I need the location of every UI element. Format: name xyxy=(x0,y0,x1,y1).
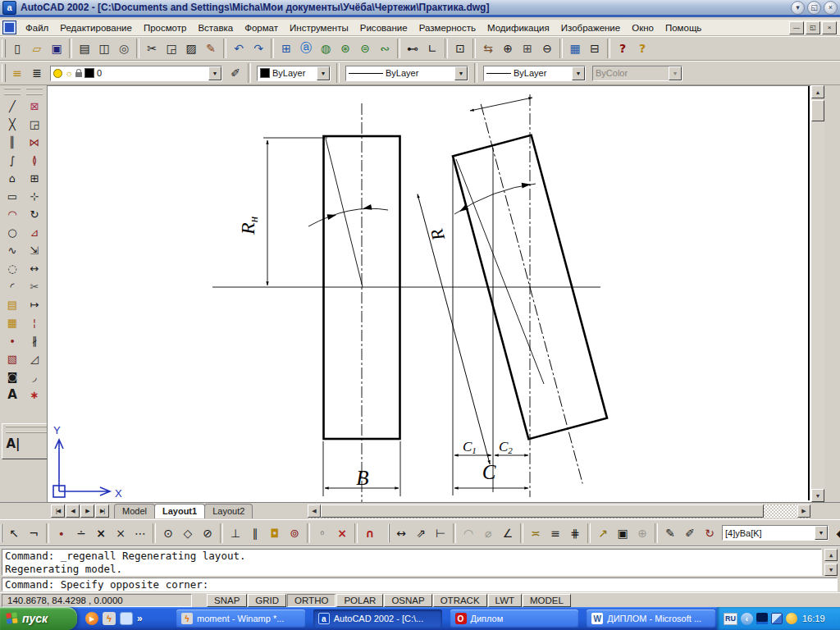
snap-apparent-intersection-button[interactable]: × xyxy=(111,524,130,542)
diameter-dimension-button[interactable]: ⌀ xyxy=(478,524,498,542)
match-properties-button[interactable]: ✎ xyxy=(201,39,221,57)
drawing-canvas[interactable]: Rн R xyxy=(47,85,810,502)
linetype-combobox[interactable]: ByLayer ▼ xyxy=(345,66,468,81)
scale-button[interactable]: ⊿ xyxy=(25,223,44,241)
multiline-button[interactable]: ║ xyxy=(2,133,22,151)
line-button[interactable]: ╱ xyxy=(2,97,22,115)
hatch-button[interactable]: ▧ xyxy=(2,349,22,368)
scroll-up-button[interactable]: ▲ xyxy=(811,85,824,98)
horizontal-scroll-thumb[interactable] xyxy=(321,504,764,518)
snap-perpendicular-button[interactable]: ⊥ xyxy=(226,524,245,542)
menu-item[interactable]: Изображение xyxy=(555,21,626,34)
toolbar-grip[interactable] xyxy=(2,64,6,82)
publish-to-web-button[interactable]: ⊛ xyxy=(336,39,355,57)
autocad-app-icon[interactable]: a xyxy=(2,1,16,15)
color-combobox[interactable]: ByLayer ▼ xyxy=(257,66,331,81)
command-input-line[interactable]: Command: Specify opposite corner: xyxy=(2,578,838,591)
close-button[interactable]: × xyxy=(824,1,838,15)
zoom-window-button[interactable]: ⊞ xyxy=(518,39,537,57)
quick-dimension-button[interactable]: ≍ xyxy=(526,524,546,542)
meet-now-button[interactable]: ◍ xyxy=(316,39,336,57)
point-a-button[interactable]: ⓐ xyxy=(296,39,316,57)
scroll-right-button[interactable]: ▶ xyxy=(797,504,810,518)
undo-button[interactable]: ↶ xyxy=(229,39,249,57)
ellipse-button[interactable]: ◌ xyxy=(2,259,22,277)
trim-button[interactable]: ✂ xyxy=(25,277,44,295)
quick-leader-button[interactable]: ↗ xyxy=(593,524,613,542)
aligned-dimension-button[interactable]: ⇗ xyxy=(411,524,431,542)
mdi-close-button[interactable]: × xyxy=(822,21,837,34)
layer-states-button[interactable]: ≣ xyxy=(27,64,47,82)
stretch-button[interactable]: ⇲ xyxy=(25,241,44,259)
continue-dimension-button[interactable]: ⋕ xyxy=(565,524,585,542)
restore-button[interactable]: ◱ xyxy=(807,1,821,15)
network-tray-icon[interactable] xyxy=(771,613,783,624)
linear-dimension-button[interactable]: ↔ xyxy=(391,524,411,542)
snap-node-button[interactable]: ⊚ xyxy=(285,524,304,542)
layout-tab[interactable]: Layout2 xyxy=(204,504,253,518)
temporary-tracking-button[interactable]: ↖ xyxy=(4,524,24,542)
menu-item[interactable]: Рисование xyxy=(354,21,413,34)
dropdown-arrow[interactable]: ▼ xyxy=(454,66,468,80)
dimension-style-button[interactable]: ◆ xyxy=(831,524,840,542)
ucs-button[interactable]: ∟ xyxy=(422,39,442,57)
keyboard-language-indicator[interactable]: RU xyxy=(724,613,737,625)
distance-button[interactable]: ⊷ xyxy=(403,39,422,57)
snap-parallel-button[interactable]: ∥ xyxy=(245,524,265,542)
circle-button[interactable]: ○ xyxy=(2,223,22,241)
layer-combobox[interactable]: ☼ 0 ▼ xyxy=(50,66,222,81)
status-toggle[interactable]: LWT xyxy=(488,594,522,607)
dimension-update-button[interactable]: ↻ xyxy=(700,524,719,542)
snap-center-button[interactable]: ⊙ xyxy=(158,524,178,542)
status-toggle[interactable]: OSNAP xyxy=(384,594,431,607)
angular-dimension-button[interactable]: ∠ xyxy=(498,524,518,542)
snap-endpoint-button[interactable]: ∙ xyxy=(52,524,71,542)
fillet-button[interactable]: ◞ xyxy=(25,368,44,386)
insert-block-button[interactable]: ▤ xyxy=(2,295,22,313)
offset-button[interactable]: ≬ xyxy=(25,151,44,169)
region-button[interactable]: ◙ xyxy=(2,368,22,386)
copy-object-button[interactable]: ◲ xyxy=(25,115,44,133)
save-button[interactable]: ▣ xyxy=(47,39,66,57)
menu-item[interactable]: Просмотр xyxy=(138,21,193,34)
toolbar-grip[interactable] xyxy=(1,524,2,542)
hyperlink-button[interactable]: ∾ xyxy=(375,39,395,57)
snap-midpoint-button[interactable]: ∸ xyxy=(71,524,91,542)
zoom-previous-button[interactable]: ⊖ xyxy=(537,39,557,57)
clock[interactable]: 16:19 xyxy=(802,614,825,623)
status-toggle[interactable]: MODEL xyxy=(523,594,571,607)
layout-tab[interactable]: Layout1 xyxy=(154,504,205,518)
properties-button[interactable]: ⊡ xyxy=(450,39,470,57)
vertical-scroll-thumb[interactable] xyxy=(811,100,824,121)
snap-extension-button[interactable]: ⋯ xyxy=(130,524,150,542)
start-button[interactable]: пуск xyxy=(0,607,77,630)
osnap-settings-button[interactable]: ∩ xyxy=(360,524,380,542)
dropdown-arrow[interactable]: ▼ xyxy=(815,526,828,540)
snap-from-button[interactable]: ¬ xyxy=(24,524,43,542)
explode-button[interactable]: ∗ xyxy=(25,386,44,404)
open-button[interactable]: ▱ xyxy=(27,39,47,57)
dropdown-arrow[interactable]: ▼ xyxy=(572,66,585,80)
active-assistance-button[interactable]: ? xyxy=(632,39,652,57)
toolbar-grip[interactable] xyxy=(2,39,6,57)
snap-tangent-button[interactable]: ⊘ xyxy=(198,524,217,542)
copy-button[interactable]: ◲ xyxy=(162,39,181,57)
dimension-text-edit-button[interactable]: ✐ xyxy=(680,524,700,542)
dropdown-arrow[interactable]: ▼ xyxy=(208,66,221,80)
make-block-button[interactable]: ▦ xyxy=(2,313,22,331)
ellipse-arc-button[interactable]: ◜ xyxy=(2,277,22,295)
rotate-button[interactable]: ↻ xyxy=(25,205,44,223)
drawing-file-icon[interactable] xyxy=(2,21,16,34)
chamfer-button[interactable]: ◿ xyxy=(25,349,44,368)
snap-quadrant-button[interactable]: ◇ xyxy=(178,524,198,542)
designcenter-button[interactable]: ▦ xyxy=(565,39,585,57)
mdi-restore-button[interactable]: ◱ xyxy=(806,21,820,34)
menu-item[interactable]: Файл xyxy=(20,21,54,34)
show-desktop-quick-icon[interactable] xyxy=(120,612,133,625)
polygon-button[interactable]: ⌂ xyxy=(2,169,22,187)
horizontal-scrollbar[interactable]: ◀ ▶ xyxy=(308,504,810,518)
dropdown-arrow[interactable]: ▼ xyxy=(317,66,330,80)
last-tab-button[interactable]: ▶| xyxy=(95,504,109,518)
coordinates-readout[interactable]: 140.8678, 84.4298 , 0.0000 xyxy=(2,594,192,607)
command-scrollbar[interactable]: ▲ ▼ xyxy=(824,549,838,576)
